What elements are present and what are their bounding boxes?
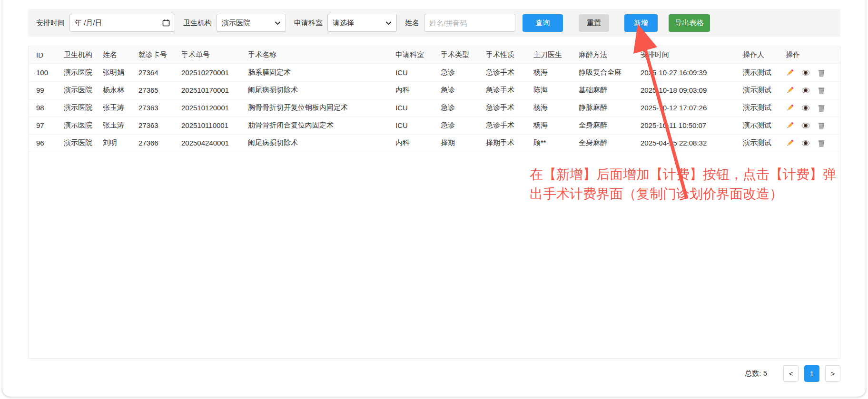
cell-time: 2025-10-27 16:09:39 <box>633 64 735 81</box>
annotation-line-2: 出手术计费界面（复制门诊划价界面改造） <box>530 184 868 204</box>
cell-type: 急诊 <box>433 117 478 134</box>
pagination: 总数: 5 < 1 > <box>28 365 840 382</box>
cell-id: 99 <box>29 81 56 99</box>
view-eye-icon[interactable] <box>801 121 810 130</box>
cell-anesthesia: 全身麻醉 <box>571 134 633 152</box>
cell-anesthesia: 静吸复合全麻 <box>571 64 633 81</box>
view-eye-icon[interactable] <box>801 86 810 95</box>
total-label: 总数: <box>745 369 761 377</box>
cell-surgeon: 顾** <box>526 134 571 152</box>
cell-operations <box>778 81 840 99</box>
chevron-down-icon <box>275 21 281 25</box>
cell-name: 刘明 <box>95 134 131 152</box>
cell-operator: 演示测试 <box>735 99 778 117</box>
cell-surgeon: 杨海 <box>526 117 571 134</box>
edit-pencil-icon[interactable] <box>786 68 794 77</box>
dept-select[interactable]: 请选择 <box>327 14 397 32</box>
cell-dept: 内科 <box>388 134 433 152</box>
cell-id: 98 <box>29 99 56 117</box>
column-header: 手术名称 <box>240 46 388 64</box>
delete-trash-icon[interactable] <box>817 104 826 112</box>
annotation-line-1: 在【新增】后面增加【计费】按钮，点击【计费】弹 <box>530 165 868 184</box>
column-header: ID <box>29 46 56 64</box>
page-1-button[interactable]: 1 <box>804 365 819 382</box>
cell-name: 张明娟 <box>95 64 131 81</box>
column-header: 卫生机构 <box>56 46 95 64</box>
delete-trash-icon[interactable] <box>817 139 826 147</box>
cell-operator: 演示测试 <box>735 81 778 99</box>
cell-time: 2025-04-25 22:08:32 <box>633 134 735 152</box>
dept-select-value: 请选择 <box>333 19 354 28</box>
cell-surgery: 肋骨骨折闭合复位内固定术 <box>240 117 388 134</box>
column-header: 就诊卡号 <box>131 46 174 64</box>
cell-anesthesia: 基础麻醉 <box>571 81 633 99</box>
column-header: 麻醉方法 <box>571 46 633 64</box>
cell-operator: 演示测试 <box>735 117 778 134</box>
edit-pencil-icon[interactable] <box>786 86 794 95</box>
cell-id: 96 <box>29 134 56 152</box>
cell-org: 演示医院 <box>56 64 95 81</box>
export-button[interactable]: 导出表格 <box>669 14 710 32</box>
view-eye-icon[interactable] <box>801 68 810 77</box>
view-eye-icon[interactable] <box>801 104 810 112</box>
view-eye-icon[interactable] <box>801 139 810 147</box>
table-row: 99演示医院杨永林27365202510170001阑尾病损切除术内科急诊急诊手… <box>29 81 840 99</box>
delete-trash-icon[interactable] <box>817 68 826 77</box>
delete-trash-icon[interactable] <box>817 86 826 95</box>
next-page-button[interactable]: > <box>825 365 840 382</box>
org-select-value: 演示医院 <box>222 19 250 28</box>
calendar-icon[interactable] <box>162 19 170 27</box>
cell-surgery: 肠系膜固定术 <box>240 64 388 81</box>
cell-id: 100 <box>29 64 56 81</box>
cell-surgeon: 陈海 <box>526 81 571 99</box>
patient-name-input[interactable] <box>424 14 515 32</box>
cell-card_no: 27366 <box>131 134 174 152</box>
cell-org: 演示医院 <box>56 81 95 99</box>
column-header: 操作人 <box>735 46 778 64</box>
add-button[interactable]: 新增 <box>624 14 658 32</box>
dept-label: 申请科室 <box>294 19 323 28</box>
reset-button[interactable]: 重置 <box>579 14 609 32</box>
column-header: 操作 <box>778 46 840 64</box>
column-header: 申请科室 <box>388 46 433 64</box>
query-button[interactable]: 查询 <box>523 14 563 32</box>
cell-org: 演示医院 <box>56 99 95 117</box>
cell-surgery: 胸骨骨折切开复位钢板内固定术 <box>240 99 388 117</box>
cell-org: 演示医院 <box>56 134 95 152</box>
annotation-note: 在【新增】后面增加【计费】按钮，点击【计费】弹 出手术计费界面（复制门诊划价界面… <box>530 165 868 204</box>
edit-pencil-icon[interactable] <box>786 121 794 130</box>
cell-order_no: 202510120001 <box>174 99 240 117</box>
cell-name: 杨永林 <box>95 81 131 99</box>
filter-bar: 安排时间 年 /月/日 卫生机构 演示医院 申请科室 请选择 姓名 查询 重置 … <box>28 9 840 37</box>
table-row: 97演示医院张玉涛27363202510110001肋骨骨折闭合复位内固定术IC… <box>29 117 840 134</box>
cell-anesthesia: 全身麻醉 <box>571 117 633 134</box>
cell-surgery: 阑尾病损切除术 <box>240 81 388 99</box>
table-row: 100演示医院张明娟27364202510270001肠系膜固定术ICU急诊急诊… <box>29 64 840 81</box>
cell-dept: ICU <box>388 99 433 117</box>
cell-org: 演示医院 <box>56 117 95 134</box>
delete-trash-icon[interactable] <box>817 121 826 130</box>
edit-pencil-icon[interactable] <box>786 139 794 147</box>
cell-type: 急诊 <box>433 81 478 99</box>
edit-pencil-icon[interactable] <box>786 104 794 112</box>
total-value: 5 <box>763 369 767 377</box>
cell-operations <box>778 134 840 152</box>
table-body: 100演示医院张明娟27364202510270001肠系膜固定术ICU急诊急诊… <box>29 64 840 152</box>
org-select[interactable]: 演示医院 <box>217 14 286 32</box>
cell-nature: 择期手术 <box>478 134 526 152</box>
prev-page-button[interactable]: < <box>783 365 799 382</box>
cell-surgeon: 杨海 <box>526 64 571 81</box>
cell-nature: 急诊手术 <box>478 64 526 81</box>
date-value: 年 /月/日 <box>75 19 102 28</box>
cell-name: 张玉涛 <box>95 117 131 134</box>
table-row: 96演示医院刘明27366202504240001阑尾病损切除术内科择期择期手术… <box>29 134 840 152</box>
total-count: 总数: 5 <box>745 369 767 378</box>
schedule-time-label: 安排时间 <box>36 19 65 28</box>
cell-order_no: 202504240001 <box>174 134 240 152</box>
cell-nature: 急诊手术 <box>478 99 526 117</box>
column-header: 主刀医生 <box>526 46 571 64</box>
cell-order_no: 202510110001 <box>174 117 240 134</box>
cell-id: 97 <box>29 117 56 134</box>
schedule-date-input[interactable]: 年 /月/日 <box>69 14 175 32</box>
column-header: 手术单号 <box>174 46 240 64</box>
